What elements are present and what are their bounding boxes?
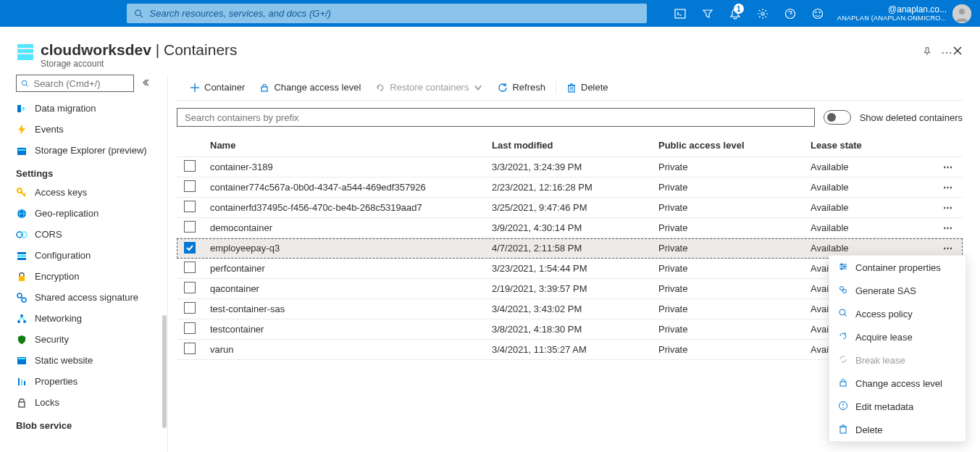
svg-point-55 bbox=[841, 267, 843, 269]
cell-name[interactable]: containerfd37495c-f456-470c-be4b-268c531… bbox=[203, 198, 485, 218]
ctx-search[interactable]: Access policy bbox=[829, 302, 966, 325]
chevron-down-icon bbox=[473, 83, 483, 93]
cell-name[interactable]: democontainer bbox=[203, 218, 485, 238]
svg-line-1 bbox=[140, 14, 142, 17]
search-icon bbox=[21, 79, 29, 88]
directory-filter-icon[interactable] bbox=[694, 0, 721, 27]
more-icon[interactable]: ⋯ bbox=[941, 46, 952, 59]
link-icon bbox=[838, 285, 848, 297]
sidebar-search[interactable] bbox=[16, 75, 134, 92]
user-account[interactable]: @anaplan.co... ANAPLAN (ANAPLAN.ONMICRO.… bbox=[837, 4, 971, 23]
sidebar-item-lock[interactable]: Encryption bbox=[0, 266, 167, 287]
ctx-label: Container properties bbox=[855, 262, 941, 273]
row-checkbox[interactable] bbox=[184, 201, 196, 212]
close-button[interactable] bbox=[952, 46, 963, 59]
col-modified[interactable]: Last modified bbox=[485, 134, 651, 157]
sidebar-item-lock2[interactable]: Locks bbox=[0, 392, 167, 413]
table-row[interactable]: containerfd37495c-f456-470c-be4b-268c531… bbox=[177, 198, 963, 218]
cell-name[interactable]: employeepay-q3 bbox=[203, 238, 485, 259]
row-checkbox[interactable] bbox=[184, 160, 196, 172]
plus-icon bbox=[190, 83, 200, 93]
show-deleted-toggle[interactable] bbox=[824, 110, 851, 125]
col-lease[interactable]: Lease state bbox=[803, 134, 934, 157]
cell-name[interactable]: container-3189 bbox=[203, 157, 485, 177]
table-row[interactable]: container-31893/3/2021, 3:24:39 PMPrivat… bbox=[177, 157, 963, 177]
cloud-shell-icon[interactable] bbox=[666, 0, 694, 27]
filter-row: Show deleted containers bbox=[177, 101, 963, 134]
cell-modified: 3/25/2021, 9:47:46 PM bbox=[485, 198, 651, 218]
col-name[interactable]: Name bbox=[203, 134, 485, 157]
events-icon bbox=[16, 124, 28, 135]
row-more-button[interactable]: ⋯ bbox=[943, 162, 953, 172]
refresh-icon bbox=[498, 83, 508, 93]
add-container-button[interactable]: Container bbox=[183, 75, 252, 101]
row-checkbox[interactable] bbox=[184, 242, 196, 254]
cell-name[interactable]: qacontainer bbox=[203, 279, 485, 299]
help-icon[interactable] bbox=[776, 0, 804, 27]
row-checkbox[interactable] bbox=[184, 261, 196, 273]
sidebar-item-key[interactable]: Access keys bbox=[0, 182, 167, 203]
ctx-edit[interactable]: Edit metadata bbox=[829, 395, 966, 418]
sidebar-item-cors[interactable]: CORS bbox=[0, 224, 167, 245]
feedback-icon[interactable] bbox=[804, 0, 832, 27]
row-more-button[interactable]: ⋯ bbox=[943, 222, 953, 233]
context-menu: Container propertiesGenerate SASAccess p… bbox=[829, 255, 966, 442]
cell-access: Private bbox=[651, 340, 803, 360]
row-checkbox[interactable] bbox=[184, 180, 196, 192]
global-topbar: 1 @anaplan.co... ANAPLAN (ANAPLAN.ONMICR… bbox=[0, 0, 980, 27]
sidebar-item-data-migration[interactable]: Data migration bbox=[0, 98, 167, 119]
ctx-link[interactable]: Generate SAS bbox=[829, 279, 966, 302]
table-row[interactable]: container774c567a-0b0d-4347-a544-469edf3… bbox=[177, 177, 963, 198]
table-row[interactable]: democontainer3/9/2021, 4:30:14 PMPrivate… bbox=[177, 218, 963, 238]
ctx-lock[interactable]: Change access level bbox=[829, 372, 966, 395]
ctx-settings[interactable]: Container properties bbox=[829, 256, 966, 279]
svg-rect-39 bbox=[21, 380, 22, 385]
refresh-button[interactable]: Refresh bbox=[490, 75, 553, 101]
sidebar-item-properties[interactable]: Properties bbox=[0, 371, 167, 392]
svg-rect-61 bbox=[840, 382, 846, 386]
row-checkbox[interactable] bbox=[184, 282, 196, 293]
sidebar-item-config[interactable]: Configuration bbox=[0, 245, 167, 266]
sidebar-item-storage-explorer[interactable]: Storage Explorer (preview) bbox=[0, 140, 167, 161]
svg-rect-29 bbox=[19, 276, 25, 281]
cell-name[interactable]: test-container-sas bbox=[203, 299, 485, 319]
cell-access: Private bbox=[651, 198, 803, 218]
row-checkbox[interactable] bbox=[184, 221, 196, 233]
collapse-sidebar-button[interactable] bbox=[141, 77, 150, 90]
cell-lease: Available bbox=[803, 157, 934, 177]
change-access-button[interactable]: Change access level bbox=[252, 75, 368, 101]
cell-name[interactable]: container774c567a-0b0d-4347-a544-469edf3… bbox=[203, 177, 485, 198]
cell-name[interactable]: varun bbox=[203, 340, 485, 360]
row-checkbox[interactable] bbox=[184, 322, 196, 334]
global-search-input[interactable] bbox=[150, 8, 640, 19]
sidebar-item-network[interactable]: Networking bbox=[0, 308, 167, 329]
sidebar-item-label: CORS bbox=[35, 229, 62, 240]
sidebar-item-shield[interactable]: Security bbox=[0, 329, 167, 350]
cell-access: Private bbox=[651, 279, 803, 299]
ctx-lease[interactable]: Acquire lease bbox=[829, 325, 966, 348]
sidebar-scrollbar[interactable] bbox=[162, 75, 167, 452]
svg-rect-40 bbox=[24, 381, 25, 385]
sidebar-item-static-web[interactable]: Static website bbox=[0, 350, 167, 371]
sidebar-item-geo[interactable]: Geo-replication bbox=[0, 203, 167, 224]
key-icon bbox=[16, 187, 28, 198]
row-more-button[interactable]: ⋯ bbox=[943, 202, 953, 213]
notifications-icon[interactable]: 1 bbox=[721, 0, 749, 27]
cell-name[interactable]: testcontainer bbox=[203, 319, 485, 340]
row-checkbox[interactable] bbox=[184, 302, 196, 314]
sidebar-item-sas[interactable]: Shared access signature bbox=[0, 287, 167, 308]
settings-icon[interactable] bbox=[749, 0, 776, 27]
delete-button[interactable]: Delete bbox=[559, 75, 616, 101]
sidebar-item-events[interactable]: Events bbox=[0, 119, 167, 140]
row-checkbox[interactable] bbox=[184, 343, 196, 354]
row-more-button[interactable]: ⋯ bbox=[943, 182, 953, 193]
row-more-button[interactable]: ⋯ bbox=[943, 243, 953, 254]
col-access[interactable]: Public access level bbox=[651, 134, 803, 157]
cell-name[interactable]: perfcontainer bbox=[203, 259, 485, 279]
ctx-delete[interactable]: Delete bbox=[829, 418, 966, 441]
pin-icon[interactable] bbox=[922, 46, 932, 59]
global-search[interactable] bbox=[127, 4, 647, 23]
cell-modified: 3/4/2021, 11:35:27 AM bbox=[485, 340, 651, 360]
sidebar-search-input[interactable] bbox=[33, 78, 129, 89]
prefix-search-input[interactable] bbox=[177, 108, 815, 127]
